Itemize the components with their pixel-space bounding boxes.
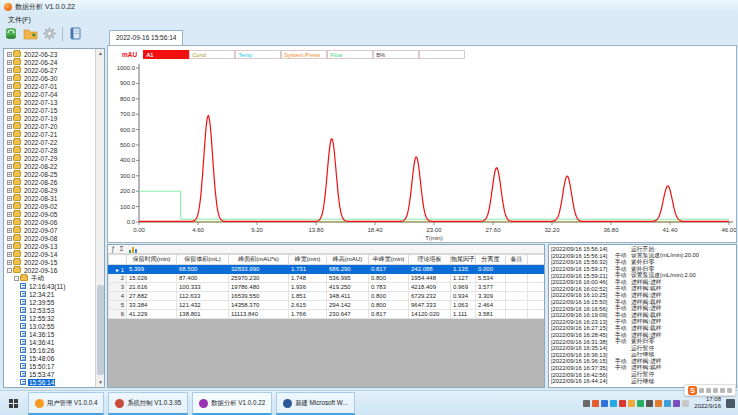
scroll-down-icon[interactable]: ▼ <box>96 378 105 387</box>
expand-toggle[interactable]: - <box>7 268 12 273</box>
tray-icon[interactable] <box>619 400 626 407</box>
tray-icon[interactable] <box>592 400 599 407</box>
ime-tool-icon[interactable] <box>706 388 711 393</box>
expand-toggle[interactable]: + <box>7 84 12 89</box>
tray-icon[interactable] <box>637 400 644 407</box>
tree-item-date[interactable]: +2022-09-06 <box>4 218 95 226</box>
expand-toggle[interactable]: + <box>7 212 12 217</box>
tree-scrollbar[interactable]: ▲ ▼ <box>95 49 104 387</box>
tree-item-date[interactable]: +2022-07-01 <box>4 82 95 90</box>
expand-toggle[interactable]: + <box>7 260 12 265</box>
tray-icon[interactable] <box>628 400 635 407</box>
ime-tool-icon[interactable] <box>699 388 704 393</box>
expand-toggle[interactable]: + <box>7 188 12 193</box>
tree-item-time[interactable]: 14:36:15 <box>4 330 95 338</box>
tree-item-date[interactable]: +2022-06-27 <box>4 66 95 74</box>
tree-item-date[interactable]: +2022-09-14 <box>4 250 95 258</box>
tree-item-date[interactable]: +2022-07-28 <box>4 146 95 154</box>
sigma-icon[interactable]: Σ <box>120 245 124 253</box>
expand-toggle[interactable]: + <box>7 60 12 65</box>
column-header[interactable]: 保留体积(mL) <box>177 255 229 265</box>
tree-item-date[interactable]: +2022-08-25 <box>4 170 95 178</box>
table-row[interactable]: 641.229138.80111113.8401.766230.6470.817… <box>109 310 546 319</box>
column-header[interactable]: 峰面积(mAU*s) <box>229 255 289 265</box>
ime-tool-icon[interactable] <box>713 388 718 393</box>
column-header[interactable]: 分离度 <box>476 255 506 265</box>
tree-item-date[interactable]: +2022-07-19 <box>4 114 95 122</box>
expand-toggle[interactable]: + <box>7 132 12 137</box>
tree-item-date[interactable]: +2022-06-30 <box>4 74 95 82</box>
column-header[interactable] <box>109 255 127 265</box>
notebook-icon[interactable] <box>68 26 83 41</box>
tree-item-time[interactable]: 13:02:55 <box>4 322 95 330</box>
expand-toggle[interactable]: + <box>7 92 12 97</box>
tray-icon[interactable] <box>655 400 662 407</box>
taskbar-app-button[interactable]: 新建 Microsoft W... <box>276 392 354 415</box>
expand-toggle[interactable]: + <box>7 68 12 73</box>
tray-icon[interactable] <box>664 400 671 407</box>
tree-item-date[interactable]: +2022-07-21 <box>4 130 95 138</box>
tab-run[interactable]: 2022-09-16 15:56:14 <box>109 30 183 46</box>
ime-tool-icon[interactable] <box>720 388 725 393</box>
tree-item-time[interactable]: 12:39:55 <box>4 298 95 306</box>
ime-toolbar[interactable]: S <box>684 384 736 396</box>
expand-toggle[interactable]: + <box>7 100 12 105</box>
expand-toggle[interactable]: + <box>7 52 12 57</box>
tree-item-date[interactable]: +2022-09-08 <box>4 234 95 242</box>
column-header[interactable]: 备注 <box>506 255 528 265</box>
expand-toggle[interactable]: + <box>7 140 12 145</box>
tree-item-time[interactable]: 15:56:14 <box>4 378 95 386</box>
expand-toggle[interactable]: + <box>7 180 12 185</box>
tree-item-date[interactable]: +2022-06-23 <box>4 50 95 58</box>
scroll-up-icon[interactable]: ▲ <box>96 49 105 58</box>
tree-item-date[interactable]: +2022-09-13 <box>4 242 95 250</box>
tree-item-date[interactable]: +2022-08-22 <box>4 162 95 170</box>
tray-icon[interactable] <box>673 400 680 407</box>
tree-item-date[interactable]: +2022-06-24 <box>4 58 95 66</box>
expand-toggle[interactable]: + <box>7 220 12 225</box>
expand-toggle[interactable]: + <box>7 148 12 153</box>
table-row[interactable]: ▸ 15.39968.50032833.9901.731686.2900.817… <box>109 265 546 274</box>
tray-icon[interactable] <box>610 400 617 407</box>
tree-item-time[interactable]: 15:48:06 <box>4 354 95 362</box>
tree-item-date[interactable]: +2022-09-02 <box>4 202 95 210</box>
taskbar-app-button[interactable]: 系统控制 V1.0.3.95 <box>108 392 188 415</box>
tree-item-date[interactable]: +2022-07-13 <box>4 98 95 106</box>
column-header[interactable]: 峰宽(min) <box>289 255 327 265</box>
tree-item-date[interactable]: +2022-07-22 <box>4 138 95 146</box>
taskbar-app-button[interactable]: 数据分析 V1.0.0.22 <box>192 392 272 415</box>
expand-toggle[interactable]: + <box>7 228 12 233</box>
expand-toggle[interactable]: + <box>7 204 12 209</box>
tree-item-time[interactable]: 15:16:26 <box>4 346 95 354</box>
expand-toggle[interactable]: + <box>7 164 12 169</box>
tree-item-time[interactable]: 12:53:53 <box>4 306 95 314</box>
column-header[interactable]: 峰高(mAU) <box>327 255 369 265</box>
tree-item-date[interactable]: +2022-07-04 <box>4 90 95 98</box>
tree-item-date[interactable]: +2022-09-07 <box>4 226 95 234</box>
tree-item-time[interactable]: 15:53:47 <box>4 370 95 378</box>
tree-item-time[interactable]: 12:55:32 <box>4 314 95 322</box>
table-row[interactable]: 533.384121.43214358.3702.615294.1420.800… <box>109 301 546 310</box>
column-header[interactable] <box>528 255 546 265</box>
tray-icon[interactable] <box>601 400 608 407</box>
database-sync-icon[interactable] <box>4 26 19 41</box>
taskbar-clock[interactable]: 17:08 2022/9/16 <box>694 396 721 410</box>
tree-item-time[interactable]: 12:16:43(11) <box>4 282 95 290</box>
notification-center-icon[interactable] <box>726 399 735 408</box>
expand-toggle[interactable]: + <box>7 124 12 129</box>
tree-item-date[interactable]: -手动 <box>4 274 95 282</box>
tree-item-date[interactable]: +2022-07-15 <box>4 106 95 114</box>
tray-icon[interactable] <box>682 400 689 407</box>
gear-icon[interactable] <box>42 26 57 41</box>
chart-icon[interactable] <box>129 246 137 253</box>
expand-toggle[interactable]: - <box>14 276 19 281</box>
expand-toggle[interactable]: + <box>7 236 12 241</box>
table-row[interactable]: 427.882112.63316539.5501.851348.4110.800… <box>109 292 546 301</box>
tree-item-date[interactable]: +2022-09-15 <box>4 258 95 266</box>
expand-toggle[interactable]: + <box>7 252 12 257</box>
tree-item-date[interactable]: -2022-09-16 <box>4 266 95 274</box>
tray-icon[interactable] <box>583 400 590 407</box>
expand-toggle[interactable]: + <box>7 108 12 113</box>
tree-item-date[interactable]: +2022-07-20 <box>4 122 95 130</box>
taskbar-app-button[interactable]: 用户管理 V1.0.0.4 <box>28 392 104 415</box>
